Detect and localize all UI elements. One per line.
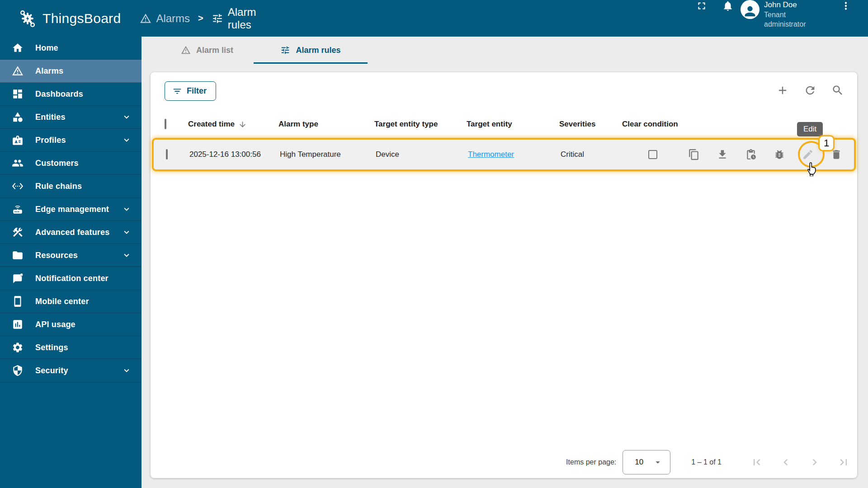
debug-button[interactable] bbox=[774, 149, 785, 160]
prev-page-button[interactable] bbox=[779, 456, 792, 469]
thingsboard-logo-icon bbox=[17, 8, 38, 29]
tab-alarm-list[interactable]: Alarm list bbox=[160, 37, 254, 64]
person-icon bbox=[742, 4, 758, 19]
sidebar-item-entities[interactable]: Entities bbox=[0, 106, 142, 129]
col-created-time[interactable]: Created time bbox=[188, 120, 235, 129]
cell-target-entity-type: Device bbox=[376, 150, 468, 159]
page-size-select[interactable]: 10 bbox=[623, 450, 670, 474]
folder-icon bbox=[12, 249, 24, 261]
shield-icon bbox=[12, 365, 24, 376]
first-page-button[interactable] bbox=[750, 456, 763, 469]
select-all-checkbox[interactable] bbox=[165, 119, 166, 129]
dashboard-icon bbox=[12, 88, 24, 100]
sidebar-item-settings[interactable]: Settings bbox=[0, 336, 142, 359]
user-name: John Doe bbox=[764, 0, 823, 10]
target-entity-link[interactable]: Thermometer bbox=[468, 150, 514, 159]
warning-icon bbox=[140, 13, 151, 24]
chevron-down-icon bbox=[122, 112, 132, 122]
sidebar-item-api-usage[interactable]: API usage bbox=[0, 313, 142, 336]
chevron-down-icon bbox=[122, 135, 132, 145]
sidebar-item-alarms[interactable]: Alarms bbox=[0, 60, 142, 83]
last-page-button[interactable] bbox=[837, 456, 850, 469]
paginator: Items per page: 10 1 – 1 of 1 bbox=[151, 446, 857, 478]
fullscreen-icon bbox=[696, 0, 708, 12]
sidebar-item-mobile-center[interactable]: Mobile center bbox=[0, 290, 142, 313]
clear-condition-checkbox[interactable] bbox=[648, 150, 657, 159]
sort-desc-icon[interactable] bbox=[238, 120, 247, 129]
smartphone-icon bbox=[12, 296, 24, 307]
tab-alarm-list-label: Alarm list bbox=[196, 46, 233, 55]
chevron-down-icon bbox=[122, 227, 132, 237]
page-size-value: 10 bbox=[635, 458, 643, 467]
edit-button[interactable] bbox=[802, 149, 814, 160]
copy-button[interactable] bbox=[688, 149, 700, 160]
user-info[interactable]: John Doe Tenant administrator bbox=[764, 0, 823, 29]
caret-down-icon bbox=[653, 457, 663, 467]
col-alarm-type[interactable]: Alarm type bbox=[278, 120, 374, 129]
app-logo[interactable]: ThingsBoard bbox=[0, 8, 121, 29]
notifications-button[interactable] bbox=[722, 0, 734, 12]
filter-icon bbox=[172, 86, 182, 96]
pencil-icon bbox=[802, 149, 814, 160]
sidebar-item-profiles[interactable]: Profiles bbox=[0, 129, 142, 152]
sidebar-item-home[interactable]: Home bbox=[0, 37, 142, 60]
more-menu-button[interactable] bbox=[840, 0, 852, 12]
sidebar-item-customers[interactable]: Customers bbox=[0, 152, 142, 175]
sidebar-item-security[interactable]: Security bbox=[0, 359, 142, 382]
copy-icon bbox=[688, 149, 700, 160]
row-checkbox[interactable] bbox=[166, 149, 168, 160]
next-page-button[interactable] bbox=[808, 456, 821, 469]
col-severities[interactable]: Severities bbox=[559, 120, 622, 129]
sidebar: Home Alarms Dashboards Entities Profiles… bbox=[0, 37, 142, 488]
tab-alarm-rules-label: Alarm rules bbox=[296, 46, 340, 55]
bug-icon bbox=[774, 149, 785, 160]
sidebar-item-dashboards[interactable]: Dashboards bbox=[0, 83, 142, 106]
warning-icon bbox=[12, 65, 24, 77]
cell-created-time: 2025-12-16 13:00:56 bbox=[189, 150, 280, 159]
rule-chain-icon bbox=[12, 180, 24, 192]
search-icon bbox=[831, 84, 844, 97]
breadcrumb: Alarms > Alarm rules bbox=[140, 6, 256, 31]
sidebar-item-advanced-features[interactable]: Advanced features bbox=[0, 221, 142, 244]
notification-center-icon bbox=[12, 272, 24, 284]
search-button[interactable] bbox=[831, 84, 844, 97]
sidebar-item-edge-management[interactable]: Edge management bbox=[0, 198, 142, 221]
tune-icon bbox=[280, 45, 290, 55]
user-role: Tenant administrator bbox=[764, 10, 823, 29]
breadcrumb-page-label: Alarm rules bbox=[228, 6, 256, 31]
col-clear-condition[interactable]: Clear condition bbox=[622, 120, 690, 129]
col-target-entity-type[interactable]: Target entity type bbox=[374, 120, 467, 129]
refresh-button[interactable] bbox=[804, 84, 816, 97]
breadcrumb-alarm-rules[interactable]: Alarm rules bbox=[212, 6, 256, 31]
page-range-label: 1 – 1 of 1 bbox=[691, 458, 722, 466]
people-icon bbox=[12, 157, 24, 169]
sidebar-item-resources[interactable]: Resources bbox=[0, 244, 142, 267]
fullscreen-button[interactable] bbox=[696, 0, 708, 12]
download-button[interactable] bbox=[717, 149, 728, 160]
add-alarm-rule-button[interactable] bbox=[776, 84, 789, 97]
table-row[interactable]: 2025-12-16 13:00:56 High Temperature Dev… bbox=[152, 138, 856, 171]
chevron-left-icon bbox=[779, 456, 792, 469]
sidebar-item-rule-chains[interactable]: Rule chains bbox=[0, 175, 142, 198]
chevron-down-icon bbox=[122, 366, 132, 375]
badge-icon bbox=[12, 134, 24, 146]
chart-icon bbox=[12, 319, 24, 330]
top-bar: ThingsBoard Alarms > Alarm rules bbox=[0, 0, 868, 37]
filter-button[interactable]: Filter bbox=[165, 81, 216, 101]
breadcrumb-separator: > bbox=[198, 13, 203, 23]
schedule-button[interactable] bbox=[745, 149, 757, 160]
breadcrumb-alarms[interactable]: Alarms bbox=[140, 12, 190, 25]
chevron-right-icon bbox=[808, 456, 821, 469]
chevron-down-icon bbox=[122, 250, 132, 260]
col-target-entity[interactable]: Target entity bbox=[467, 120, 559, 129]
refresh-icon bbox=[804, 84, 816, 97]
tab-alarm-rules[interactable]: Alarm rules bbox=[254, 37, 368, 64]
items-per-page-label: Items per page: bbox=[566, 458, 616, 466]
clipboard-clock-icon bbox=[745, 149, 757, 160]
main-content: Alarm list Alarm rules Filter bbox=[142, 37, 868, 488]
category-icon bbox=[12, 111, 24, 123]
avatar[interactable] bbox=[741, 0, 760, 19]
active-tab-indicator bbox=[254, 62, 368, 64]
sidebar-item-notification-center[interactable]: Notification center bbox=[0, 267, 142, 290]
alarm-rules-card: Filter Created time Alarm type Tar bbox=[151, 72, 857, 478]
